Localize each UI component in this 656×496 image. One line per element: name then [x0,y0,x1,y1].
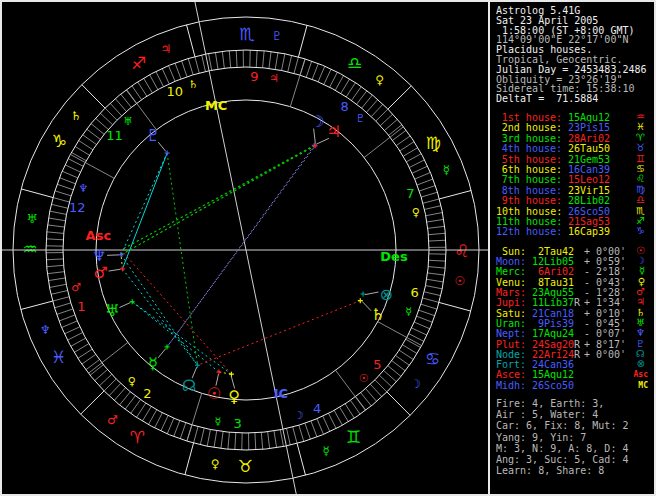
degree-tick [138,82,147,96]
sign-boundary [388,86,411,109]
wheel-planet-icon-node: ☊ [182,376,196,395]
wheel-sign-icon: ♒ [22,239,37,259]
aspect-line [198,301,361,366]
wheel-planet-icon-fortune: ⊗ [379,285,392,304]
degree-tick [60,178,76,184]
degree-tick [371,104,383,116]
sign-ruler-icon: ☿ [443,163,450,177]
degree-tick [65,165,80,172]
planet-position-value: 17Aqu24 [532,329,574,339]
house-number: 12 [69,200,86,215]
degree-tick [311,421,317,437]
degree-tick [132,86,142,100]
chart-info-header: Astrolog 5.41GSat 23 April 2005 1:58:00 … [496,6,654,104]
wheel-sign-icon: ♑ [52,131,67,151]
sign-boundary [298,25,307,57]
degree-tick [424,292,441,296]
house-cusp-line [187,393,202,441]
degree-tick [53,198,69,202]
sign-ruler-icon: ♂ [107,413,118,427]
house-ruler-icon: ♇ [355,112,365,125]
degree-tick [346,83,355,97]
degree-tick [429,260,446,261]
degree-tick [423,298,439,302]
planet-velocity: + 0°00' [584,350,626,360]
sign-boundary [21,189,53,198]
degree-tick [305,423,310,439]
degree-tick [86,360,100,370]
degree-tick [341,79,350,94]
sign-boundary [387,392,410,415]
degree-tick [194,427,198,443]
sign-ruler-icon: ♇ [271,29,282,43]
house-ruler-icon: ♀ [128,375,136,388]
wheel-planet-icon-saturn: ♄ [371,305,385,324]
wheel-sign-icon: ♈ [130,427,145,447]
house-cusp-line [364,127,403,158]
degree-tick [376,109,388,121]
planet-pointer-line [365,292,379,295]
degree-tick [334,410,342,425]
planet-velocity: - 0°07' [584,329,626,339]
stats-line-6: Learn: 8, Share: 8 [496,465,654,476]
angle-label-des: Des [380,249,408,264]
degree-tick [428,226,445,228]
degree-tick [236,50,237,67]
degree-tick [429,240,446,241]
stats-line-0: Fire: 4, Earth: 3, [496,398,654,409]
sign-ruler-icon: ☿ [323,444,330,458]
aspect-line [167,145,314,347]
house-cusp-value: 16Cap39 [568,227,610,237]
planet-position-list: Sun:2Tau42+ 0°00'☉Moon:12Lib05+ 0°59'☽Me… [496,247,654,391]
degree-tick [367,100,378,113]
degree-tick [261,432,262,449]
degree-tick [174,421,180,437]
house-row: 12th house:16Cap39♑ [496,227,654,237]
degree-tick [403,345,418,354]
sign-ruler-icon: ♀ [211,457,220,471]
wheel-planet-icon-neptune: ♆ [92,246,106,265]
house-ruler-icon: ♀ [412,206,420,219]
degree-tick [53,297,69,301]
planet-pointer-line [119,303,130,308]
degree-tick [280,430,283,447]
degree-tick [78,349,92,358]
degree-tick [329,413,337,428]
sign-boundary [21,301,53,309]
degree-tick [235,433,236,450]
planet-position-value: 26Sco50 [532,381,574,391]
degree-tick [399,350,413,359]
stats-line-4: M: 3, N: 9, A: 8, D: 4 [496,443,654,454]
sign-ruler-icon: ☽ [410,377,421,391]
house-cusp-line [378,322,422,346]
planet-label: Midh: [496,381,526,391]
aspect-line [121,153,167,255]
degree-tick [59,315,75,321]
aspect-line [121,250,231,374]
degree-tick [424,206,441,210]
retrograde-flag: R [574,298,581,308]
wheel-planet-icon-pluto: ♇ [146,126,160,145]
degree-tick [275,53,278,70]
wheel-planet-icon-moon: ☽ [310,112,324,131]
degree-tick [105,108,117,120]
degree-tick [415,172,431,179]
degree-tick [57,309,73,314]
wheel-sign-icon: ♌ [454,241,469,261]
wheel-planet-icon-sun: ☉ [207,384,221,403]
degree-tick [55,191,71,196]
degree-tick [167,418,174,434]
degree-tick [161,416,168,431]
degree-tick [180,423,186,439]
house-ruler-icon: ☽ [294,409,304,422]
degree-tick [263,51,265,68]
wheel-sign-icon: ♊ [346,427,361,447]
degree-tick [426,213,443,216]
degree-tick [142,407,151,422]
degree-tick [62,321,78,328]
degree-tick [421,192,437,197]
degree-tick [419,310,435,316]
house-cusp-line [70,154,114,178]
degree-tick [125,396,135,410]
natal-wheel: ♈♂♉♀♊☿♋☽♌☉♍☿♎♀♏♇♐♃♑♄♒♅♓♆1♂2♀3☿4☽5☉6☿7♀8♇… [2,2,488,494]
